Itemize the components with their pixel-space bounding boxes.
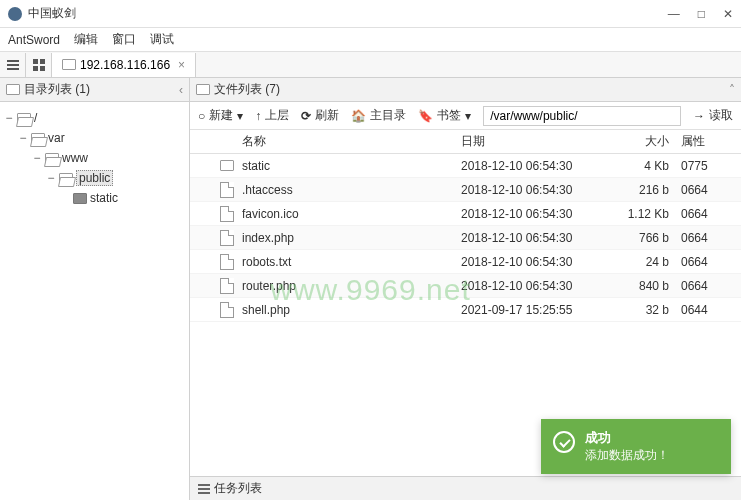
tree-node-label[interactable]: / <box>34 111 37 125</box>
tree-node-label[interactable]: static <box>90 191 118 205</box>
chevron-down-icon: ▾ <box>465 109 471 123</box>
window-title: 中国蚁剑 <box>28 5 668 22</box>
minimize-button[interactable]: — <box>668 7 680 21</box>
file-size: 766 b <box>611 231 681 245</box>
tree-toggle[interactable]: − <box>18 131 28 145</box>
refresh-button[interactable]: ⟳刷新 <box>301 107 339 124</box>
maximize-button[interactable]: □ <box>698 7 705 21</box>
tab-close-icon[interactable]: × <box>178 58 185 72</box>
table-row[interactable]: static2018-12-10 06:54:304 Kb0775 <box>190 154 741 178</box>
file-size: 840 b <box>611 279 681 293</box>
directory-panel-title: 目录列表 (1) <box>24 81 90 98</box>
list-icon <box>7 59 19 71</box>
table-row[interactable]: index.php2018-12-10 06:54:30766 b0664 <box>190 226 741 250</box>
svg-rect-8 <box>198 488 210 490</box>
file-size: 216 b <box>611 183 681 197</box>
file-icon <box>220 302 234 318</box>
file-name: favicon.ico <box>242 207 461 221</box>
folder-open-icon <box>31 133 45 144</box>
home-button[interactable]: 🏠主目录 <box>351 107 406 124</box>
read-button[interactable]: →读取 <box>693 107 733 124</box>
menu-antsword[interactable]: AntSword <box>8 33 60 47</box>
svg-rect-1 <box>7 64 19 66</box>
grid-icon <box>33 59 45 71</box>
view-grid-button[interactable] <box>26 53 52 77</box>
folder-open-icon <box>59 173 73 184</box>
col-size[interactable]: 大小 <box>611 133 681 150</box>
taskbar: 任务列表 <box>190 476 741 500</box>
table-row[interactable]: router.php2018-12-10 06:54:30840 b0664 <box>190 274 741 298</box>
close-button[interactable]: ✕ <box>723 7 733 21</box>
file-name: router.php <box>242 279 461 293</box>
menu-edit[interactable]: 编辑 <box>74 31 98 48</box>
list-icon <box>198 484 210 494</box>
file-date: 2018-12-10 06:54:30 <box>461 255 611 269</box>
svg-rect-4 <box>40 59 45 64</box>
table-row[interactable]: shell.php2021-09-17 15:25:5532 b0644 <box>190 298 741 322</box>
file-attr: 0664 <box>681 255 741 269</box>
table-row[interactable]: .htaccess2018-12-10 06:54:30216 b0664 <box>190 178 741 202</box>
file-name: .htaccess <box>242 183 461 197</box>
file-panel-title: 文件列表 (7) <box>214 81 280 98</box>
file-icon <box>220 278 234 294</box>
folder-icon <box>196 84 210 95</box>
svg-rect-5 <box>33 66 38 71</box>
svg-rect-0 <box>7 60 19 62</box>
tree-node-label[interactable]: public <box>76 170 113 186</box>
table-header: 名称 日期 大小 属性 <box>190 130 741 154</box>
bookmark-button[interactable]: 🔖书签▾ <box>418 107 471 124</box>
menu-window[interactable]: 窗口 <box>112 31 136 48</box>
file-name: index.php <box>242 231 461 245</box>
folder-icon <box>62 59 76 70</box>
toast-title: 成功 <box>585 429 713 447</box>
file-attr: 0644 <box>681 303 741 317</box>
svg-rect-7 <box>198 484 210 486</box>
chevron-left-icon[interactable]: ‹ <box>179 83 183 97</box>
window-titlebar: 中国蚁剑 — □ ✕ <box>0 0 741 28</box>
svg-rect-6 <box>40 66 45 71</box>
col-attr[interactable]: 属性 <box>681 133 741 150</box>
file-attr: 0664 <box>681 183 741 197</box>
file-panel-header: 文件列表 (7) ˄ <box>190 78 741 102</box>
file-name: shell.php <box>242 303 461 317</box>
file-icon <box>220 182 234 198</box>
file-icon <box>220 206 234 222</box>
file-size: 4 Kb <box>611 159 681 173</box>
success-toast: 成功 添加数据成功！ <box>541 419 731 474</box>
directory-panel: 目录列表 (1) ‹ −/ −var −www −public static <box>0 78 190 500</box>
chevron-up-icon[interactable]: ˄ <box>729 83 735 97</box>
table-row[interactable]: favicon.ico2018-12-10 06:54:301.12 Kb066… <box>190 202 741 226</box>
tree-node-label[interactable]: var <box>48 131 65 145</box>
directory-tree[interactable]: −/ −var −www −public static <box>0 102 189 500</box>
directory-panel-header: 目录列表 (1) ‹ <box>0 78 189 102</box>
path-input[interactable] <box>483 106 681 126</box>
view-list-button[interactable] <box>0 53 26 77</box>
tree-toggle[interactable]: − <box>32 151 42 165</box>
up-button[interactable]: ↑上层 <box>255 107 289 124</box>
menu-debug[interactable]: 调试 <box>150 31 174 48</box>
tab-host[interactable]: 192.168.116.166 × <box>52 53 196 77</box>
file-attr: 0664 <box>681 207 741 221</box>
check-icon <box>553 431 575 453</box>
col-name[interactable]: 名称 <box>242 133 461 150</box>
file-date: 2018-12-10 06:54:30 <box>461 159 611 173</box>
tree-node-label[interactable]: www <box>62 151 88 165</box>
file-name: static <box>242 159 461 173</box>
svg-rect-9 <box>198 492 210 494</box>
tree-toggle[interactable]: − <box>46 171 56 185</box>
file-size: 32 b <box>611 303 681 317</box>
col-date[interactable]: 日期 <box>461 133 611 150</box>
tab-strip: 192.168.116.166 × <box>0 52 741 78</box>
taskbar-title: 任务列表 <box>214 480 262 497</box>
table-row[interactable]: robots.txt2018-12-10 06:54:3024 b0664 <box>190 250 741 274</box>
file-attr: 0664 <box>681 231 741 245</box>
folder-icon <box>6 84 20 95</box>
file-date: 2018-12-10 06:54:30 <box>461 279 611 293</box>
menu-bar: AntSword 编辑 窗口 调试 <box>0 28 741 52</box>
tree-toggle[interactable]: − <box>4 111 14 125</box>
new-button[interactable]: ○新建▾ <box>198 107 243 124</box>
folder-open-icon <box>45 153 59 164</box>
svg-rect-2 <box>7 68 19 70</box>
svg-rect-3 <box>33 59 38 64</box>
file-attr: 0775 <box>681 159 741 173</box>
